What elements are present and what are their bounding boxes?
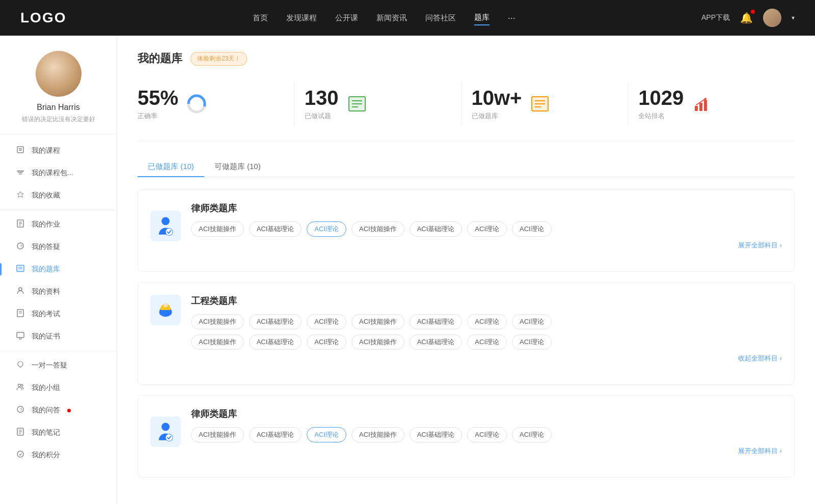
stat-done-questions: 130 已做试题 [294, 81, 461, 126]
done-banks-value: 10w+ [472, 87, 522, 109]
stat-accuracy: 55% 正确率 [138, 81, 294, 126]
tag-aci-tech-ops-1[interactable]: ACI技能操作 [191, 221, 244, 237]
sidebar-item-qa[interactable]: ? 我的答疑 [0, 236, 117, 258]
nav-qa[interactable]: 问答社区 [425, 11, 456, 25]
lawyer2-tag-7[interactable]: ACI理论 [512, 427, 552, 442]
main-nav: 首页 发现课程 公开课 新闻资讯 问答社区 题库 ··· [253, 11, 515, 25]
eng-tag-3[interactable]: ACI理论 [307, 314, 346, 329]
eng-tag-8[interactable]: ACI技能操作 [191, 334, 244, 350]
sidebar-item-favorites[interactable]: 我的收藏 [0, 184, 117, 207]
page-title: 我的题库 [138, 51, 182, 66]
lawyer2-tag-2[interactable]: ACI基础理论 [249, 427, 302, 442]
avatar-dropdown-icon[interactable]: ▾ [792, 14, 795, 21]
svg-point-21 [19, 338, 21, 340]
eng-tag-10[interactable]: ACI理论 [307, 334, 346, 350]
eng-tag-1[interactable]: ACI技能操作 [191, 314, 244, 329]
header-right: APP下载 🔔 ▾ [701, 9, 795, 27]
sidebar-item-tutoring[interactable]: 一对一答疑 [0, 354, 117, 377]
my-courses-icon [15, 146, 25, 156]
stat-done-banks: 10w+ 已做题库 [461, 81, 629, 126]
qb-name-lawyer2: 律师类题库 ACI技能操作 ACI基础理论 ACI理论 ACI技能操作 ACI基… [191, 408, 782, 456]
sidebar-item-course-package[interactable]: 我的课程包... [0, 162, 117, 184]
lawyer2-tag-5[interactable]: ACI基础理论 [410, 427, 463, 442]
notes-label: 我的笔记 [32, 428, 60, 437]
svg-text:?: ? [20, 407, 22, 412]
lawyer2-tag-selected[interactable]: ACI理论 [307, 427, 346, 442]
tag-aci-theory-1[interactable]: ACI理论 [467, 221, 507, 237]
group-icon [15, 383, 25, 393]
ranking-value: 1029 [638, 87, 684, 109]
exam-label: 我的考试 [32, 310, 60, 319]
tag-aci-theory-selected-1[interactable]: ACI理论 [307, 221, 346, 237]
svg-point-16 [19, 288, 22, 291]
svg-rect-45 [704, 100, 707, 111]
eng-tag-11[interactable]: ACI技能操作 [351, 334, 404, 350]
notification-bell[interactable]: 🔔 [740, 12, 753, 24]
question-bank-label: 我的题库 [32, 265, 60, 274]
eng-tag-9[interactable]: ACI基础理论 [249, 334, 302, 350]
tag-aci-tech-ops-2[interactable]: ACI技能操作 [351, 221, 404, 237]
favorites-label: 我的收藏 [32, 191, 60, 200]
logo[interactable]: LOGO [20, 10, 66, 26]
homework-icon [15, 219, 25, 230]
exam-icon [15, 309, 25, 319]
sidebar-item-question-bank[interactable]: 我的题库 [0, 258, 117, 281]
lawyer2-tag-1[interactable]: ACI技能操作 [191, 427, 244, 442]
sidebar-item-questions[interactable]: ? 我的问答 [0, 399, 117, 422]
nav-question-bank[interactable]: 题库 [474, 11, 490, 25]
eng-tag-7[interactable]: ACI理论 [512, 314, 552, 329]
profile-motto: 错误的决定比没有决定要好 [22, 115, 95, 124]
tab-available-banks[interactable]: 可做题库 (10) [204, 157, 271, 177]
user-avatar[interactable] [763, 9, 781, 27]
sidebar-item-notes[interactable]: 我的笔记 [0, 422, 117, 444]
eng-tag-6[interactable]: ACI理论 [467, 314, 507, 329]
tab-done-banks[interactable]: 已做题库 (10) [138, 157, 204, 177]
tag-aci-basic-theory-1[interactable]: ACI基础理论 [249, 221, 302, 237]
sidebar-item-homework[interactable]: 我的作业 [0, 213, 117, 236]
sidebar-menu: 我的课程 我的课程包... 我的收藏 我的作业 [0, 134, 117, 471]
sidebar-item-exam[interactable]: 我的考试 [0, 303, 117, 325]
svg-point-53 [166, 434, 173, 441]
done-questions-label: 已做试题 [305, 111, 339, 121]
nav-news[interactable]: 新闻资讯 [376, 11, 407, 25]
profile-avatar[interactable] [36, 51, 82, 97]
eng-tag-14[interactable]: ACI理论 [512, 334, 552, 350]
stat-ranking: 1029 全站排名 [628, 81, 795, 126]
eng-tag-2[interactable]: ACI基础理论 [249, 314, 302, 329]
eng-tag-4[interactable]: ACI技能操作 [351, 314, 404, 329]
points-label: 我的积分 [32, 451, 60, 460]
eng-tag-13[interactable]: ACI理论 [467, 334, 507, 350]
tag-aci-basic-theory-2[interactable]: ACI基础理论 [410, 221, 463, 237]
lawyer2-tag-4[interactable]: ACI技能操作 [351, 427, 404, 442]
nav-open-course[interactable]: 公开课 [335, 11, 358, 25]
sidebar-item-points[interactable]: 我的积分 [0, 444, 117, 466]
qb-section-lawyer1: 律师类题库 ACI技能操作 ACI基础理论 ACI理论 ACI技能操作 ACI基… [138, 189, 795, 272]
svg-point-22 [18, 384, 21, 387]
collapse-engineer[interactable]: 收起全部科目 › [191, 354, 782, 363]
eng-tag-5[interactable]: ACI基础理论 [410, 314, 463, 329]
bell-icon: 🔔 [740, 12, 753, 23]
certificate-icon [15, 331, 25, 342]
tag-aci-theory-2[interactable]: ACI理论 [512, 221, 552, 237]
nav-home[interactable]: 首页 [253, 11, 268, 25]
qb-section-lawyer2: 律师类题库 ACI技能操作 ACI基础理论 ACI理论 ACI技能操作 ACI基… [138, 395, 795, 478]
ranking-icon [692, 94, 712, 114]
sidebar-item-my-courses[interactable]: 我的课程 [0, 139, 117, 162]
svg-point-51 [164, 303, 168, 307]
expand-lawyer1[interactable]: 展开全部科目 › [191, 241, 782, 250]
sidebar-item-group[interactable]: 我的小组 [0, 377, 117, 399]
qb-tags-engineer-row1: ACI技能操作 ACI基础理论 ACI理论 ACI技能操作 ACI基础理论 AC… [191, 314, 782, 329]
sidebar-item-certificate[interactable]: 我的证书 [0, 325, 117, 348]
expand-lawyer2[interactable]: 展开全部科目 › [191, 446, 782, 456]
notes-icon [15, 428, 25, 438]
eng-tag-12[interactable]: ACI基础理论 [410, 334, 463, 350]
app-download-btn[interactable]: APP下载 [701, 13, 730, 22]
svg-rect-44 [699, 103, 702, 111]
nav-discover[interactable]: 发现课程 [286, 11, 317, 25]
lawyer2-tag-6[interactable]: ACI理论 [467, 427, 507, 442]
stats-row: 55% 正确率 130 已做试题 [138, 81, 795, 142]
sidebar-item-profile[interactable]: 我的资料 [0, 281, 117, 303]
trial-badge: 体验剩余23天！ [191, 52, 247, 66]
qb-tags-lawyer2: ACI技能操作 ACI基础理论 ACI理论 ACI技能操作 ACI基础理论 AC… [191, 427, 782, 442]
nav-more[interactable]: ··· [508, 11, 515, 25]
